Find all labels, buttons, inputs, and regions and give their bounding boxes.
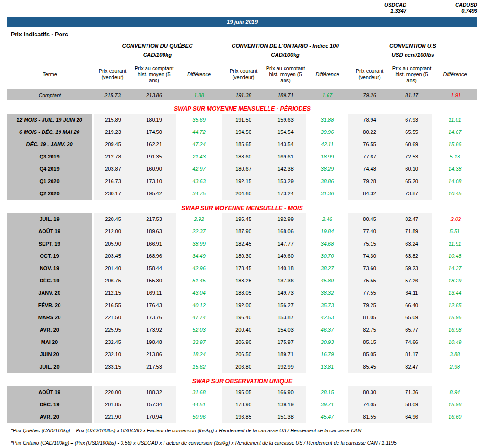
diff-value: 1.88: [176, 89, 222, 100]
blank-cell: [7, 50, 93, 59]
diff-value: 2.92: [176, 213, 222, 225]
price-value: 153.29: [265, 175, 306, 187]
price-value: 139.19: [265, 398, 306, 411]
price-value: 67.93: [391, 114, 432, 126]
price-value: 149.60: [265, 250, 306, 262]
diff-value: 16.98: [432, 324, 477, 336]
row-terme: FÉVR. 20: [7, 299, 93, 311]
price-value: 81.17: [391, 89, 432, 100]
diff-value: 10.49: [432, 336, 477, 348]
col-header-hist: Prix au comptant hist. moyen (5 ans): [132, 59, 176, 89]
spacer-cell: [7, 373, 477, 377]
col-header-current: Prix courant (vendeur): [93, 59, 132, 89]
diff-value: 16.60: [432, 411, 477, 423]
price-value: 60.10: [391, 163, 432, 175]
price-value: 173.24: [265, 187, 306, 200]
price-value: 232.45: [93, 336, 132, 348]
footnote-ontario: *Prix Ontario (CAD/100kg) = (Prix (USD/1…: [11, 440, 477, 446]
price-value: 215.89: [93, 114, 132, 126]
diff-value: 19.84: [306, 225, 348, 237]
group-title-ontario: CONVENTION DE L'ONTARIO - Indice 100: [222, 41, 348, 50]
price-value: 156.27: [265, 299, 306, 311]
price-value: 73.60: [348, 262, 391, 274]
price-value: 196.40: [222, 311, 265, 324]
price-value: 81.17: [391, 348, 432, 360]
price-value: 178.45: [222, 262, 265, 274]
diff-value: 31.36: [306, 187, 348, 200]
usdcad-value: 1.3347: [377, 8, 406, 14]
diff-value: 39.71: [306, 398, 348, 411]
row-terme: OCT. 19: [7, 250, 93, 262]
price-value: 213.86: [132, 348, 176, 360]
row-terme: AOÛT 19: [7, 225, 93, 237]
diff-value: 31.68: [176, 386, 222, 398]
diff-value: 12.85: [432, 299, 477, 311]
price-value: 191.50: [222, 114, 265, 126]
table-row: JUIL. 19220.45217.532.92195.45192.992.46…: [7, 213, 477, 225]
price-value: 201.40: [93, 262, 132, 274]
table-row: MARS 20221.50173.7647.74196.40153.8742.5…: [7, 311, 477, 324]
price-value: 79.25: [348, 299, 391, 311]
row-terme: AVR. 20: [7, 411, 93, 423]
unit-us: USD cent/100lbs: [348, 50, 477, 59]
col-header-terme: Terme: [7, 59, 93, 89]
price-value: 74.48: [348, 163, 391, 175]
section-header-row: SWAP SUR OBSERVATION UNIQUE: [7, 377, 477, 386]
section-header: SWAP SUR OBSERVATION UNIQUE: [7, 377, 477, 386]
price-value: 187.90: [222, 225, 265, 237]
diff-value: 38.32: [306, 287, 348, 299]
price-value: 209.45: [93, 138, 132, 150]
price-value: 80.45: [348, 213, 391, 225]
table-row: AVR. 20221.90170.9450.96196.85151.3845.4…: [7, 411, 477, 423]
group-title-quebec: CONVENTION DU QUÉBEC: [93, 41, 222, 50]
row-terme: Comptant: [7, 89, 93, 100]
row-terme: AVR. 20: [7, 324, 93, 336]
price-value: 175.97: [265, 336, 306, 348]
price-value: 206.50: [222, 348, 265, 360]
price-value: 79.28: [348, 175, 391, 187]
price-value: 220.45: [93, 213, 132, 225]
price-value: 216.55: [93, 299, 132, 311]
price-value: 162.21: [132, 138, 176, 150]
price-value: 137.36: [265, 274, 306, 287]
table-header: CONVENTION DU QUÉBEC CONVENTION DE L'ONT…: [7, 41, 477, 89]
price-value: 77.67: [348, 150, 391, 163]
diff-value: 14.38: [432, 163, 477, 175]
table-row: JANV. 20212.15169.1143.04188.05149.7338.…: [7, 287, 477, 299]
price-value: 153.87: [265, 311, 306, 324]
price-value: 206.80: [222, 360, 265, 373]
col-header-current: Prix courant (vendeur): [348, 59, 391, 89]
diff-value: 47.74: [176, 311, 222, 324]
price-value: 180.30: [222, 250, 265, 262]
row-terme: NOV. 19: [7, 262, 93, 274]
diff-value: 15.86: [432, 138, 477, 150]
col-header-diff: Différence: [306, 59, 348, 89]
price-value: 176.43: [132, 299, 176, 311]
price-value: 75.55: [348, 274, 391, 287]
price-value: 85.45: [348, 360, 391, 373]
row-terme: SEPT. 19: [7, 237, 93, 250]
unit-ontario: CAD/100kg: [222, 50, 348, 59]
diff-value: 42.11: [306, 138, 348, 150]
price-value: 76.55: [348, 138, 391, 150]
diff-value: 18.29: [432, 274, 477, 287]
price-value: 232.10: [93, 348, 132, 360]
col-header-diff: Différence: [176, 59, 222, 89]
price-value: 82.47: [391, 360, 432, 373]
footnote-quebec: *Prix Québec (CAD/100kg) = Prix (USD/100…: [11, 428, 477, 434]
diff-value: 16.79: [306, 348, 348, 360]
price-value: 173.10: [132, 175, 176, 187]
spacer-cell: [7, 100, 477, 104]
col-header-hist: Prix au comptant hist. moyen (5 ans): [391, 59, 432, 89]
price-value: 77.55: [348, 287, 391, 299]
row-terme: JUIN 20: [7, 348, 93, 360]
price-value: 166.91: [132, 237, 176, 250]
price-value: 188.05: [222, 287, 265, 299]
price-value: 212.00: [93, 225, 132, 237]
diff-value: 45.47: [306, 411, 348, 423]
price-value: 140.18: [265, 262, 306, 274]
diff-value: -1.91: [432, 89, 477, 100]
col-header-diff: Différence: [432, 59, 477, 89]
table-row: AVR. 20225.95173.9252.03200.40154.0346.3…: [7, 324, 477, 336]
price-value: 205.90: [93, 237, 132, 250]
